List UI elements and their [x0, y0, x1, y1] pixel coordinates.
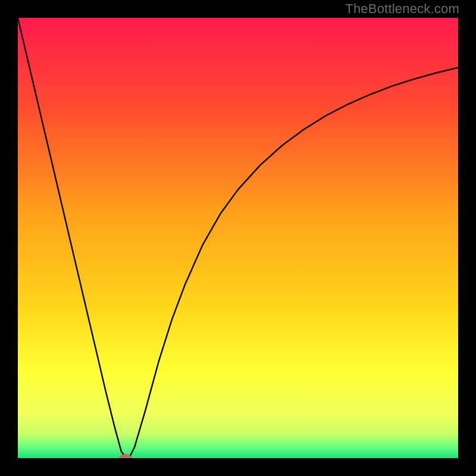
plot-svg	[18, 18, 458, 458]
watermark-label: TheBottleneck.com	[345, 1, 459, 17]
chart-frame: TheBottleneck.com	[0, 0, 476, 476]
gradient-background	[18, 18, 458, 458]
plot-area	[18, 18, 458, 458]
